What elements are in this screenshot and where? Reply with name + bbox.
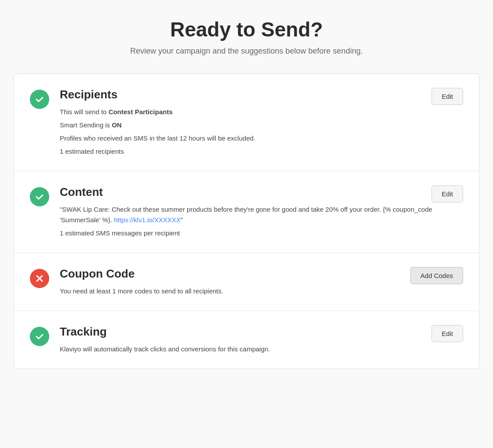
coupon-action: Add Codes: [410, 267, 463, 284]
tracking-edit-button[interactable]: Edit: [431, 325, 463, 342]
error-icon: [34, 273, 45, 284]
add-codes-button[interactable]: Add Codes: [410, 267, 463, 284]
recipients-action: Edit: [431, 88, 463, 105]
checkmark-icon: [34, 191, 45, 202]
content-short-link[interactable]: https://klv1.io/XXXXXX: [114, 216, 181, 224]
tracking-section: Tracking Klaviyo will automatically trac…: [14, 311, 479, 369]
coupon-status-icon: [30, 269, 49, 288]
content-title: Content: [60, 185, 463, 199]
content-action: Edit: [431, 185, 463, 202]
recipients-smart-sending: Smart Sending is ON: [60, 120, 463, 130]
content-sms-estimate: 1 estimated SMS messages per recipient: [60, 228, 463, 238]
coupon-warning-message: You need at least 1 more codes to send t…: [60, 286, 463, 296]
content-section: Content "SWAK Lip Care: Check out these …: [14, 171, 479, 253]
recipients-content: Recipients This will send to Contest Par…: [60, 88, 463, 157]
page-container: Ready to Send? Review your campaign and …: [14, 18, 479, 369]
recipients-edit-button[interactable]: Edit: [431, 88, 463, 105]
content-content: Content "SWAK Lip Care: Check out these …: [60, 185, 463, 238]
recipients-section: Recipients This will send to Contest Par…: [14, 74, 479, 171]
recipients-list-name: Contest Participants: [109, 108, 173, 116]
checkmark-icon: [34, 331, 45, 342]
tracking-action: Edit: [431, 325, 463, 342]
recipients-status-icon: [30, 90, 49, 109]
tracking-title: Tracking: [60, 325, 463, 339]
coupon-code-section: Coupon Code You need at least 1 more cod…: [14, 253, 479, 311]
content-status-icon: [30, 187, 49, 206]
page-title: Ready to Send?: [14, 18, 479, 41]
content-body: "SWAK Lip Care: Check out these summer p…: [60, 204, 463, 238]
recipients-title: Recipients: [60, 88, 463, 101]
recipients-send-to: This will send to Contest Participants: [60, 107, 463, 117]
content-message-preview: "SWAK Lip Care: Check out these summer p…: [60, 204, 463, 225]
tracking-status-icon: [30, 327, 49, 346]
tracking-content: Tracking Klaviyo will automatically trac…: [60, 325, 463, 354]
recipients-body: This will send to Contest Participants S…: [60, 107, 463, 157]
checkmark-icon: [34, 94, 45, 105]
coupon-body: You need at least 1 more codes to send t…: [60, 286, 463, 296]
page-header: Ready to Send? Review your campaign and …: [14, 18, 479, 56]
recipients-estimated-count: 1 estimated recipients: [60, 146, 463, 157]
coupon-title: Coupon Code: [60, 267, 463, 281]
tracking-body: Klaviyo will automatically track clicks …: [60, 344, 463, 354]
smart-sending-status: ON: [112, 121, 122, 129]
page-subtitle: Review your campaign and the suggestions…: [14, 47, 479, 56]
content-edit-button[interactable]: Edit: [431, 185, 463, 202]
recipients-exclusion-note: Profiles who received an SMS in the last…: [60, 133, 463, 144]
tracking-description: Klaviyo will automatically track clicks …: [60, 344, 463, 354]
review-card: Recipients This will send to Contest Par…: [14, 73, 479, 369]
coupon-content: Coupon Code You need at least 1 more cod…: [60, 267, 463, 296]
